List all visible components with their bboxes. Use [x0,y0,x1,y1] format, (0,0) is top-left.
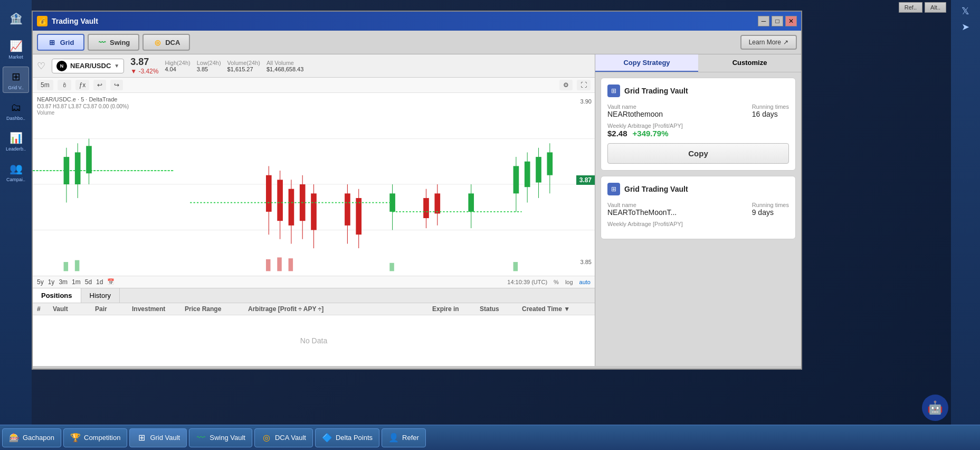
running-times-block: Running times 16 days [752,104,789,118]
period-5d[interactable]: 5d [85,278,92,286]
heart-btn[interactable]: ♡ [37,60,45,72]
right-edge: 𝕏 ➤ [951,0,980,425]
fullscreen-btn[interactable]: ⛶ [577,80,591,90]
top-alt-btn[interactable]: Alt.. [925,2,946,13]
redo-btn[interactable]: ↪ [110,80,123,90]
period-3m[interactable]: 3m [59,278,68,286]
taskbar-refer[interactable]: 👤 Refer [382,428,426,447]
chart-footer-right: 14:10:39 (UTC) % log auto [507,279,591,285]
taskbar-gachapon[interactable]: 🎰 Gachapon [2,428,61,447]
grid-vault-icon: ⊞ [8,69,23,84]
vault-name-label-2: Vault name [607,202,677,208]
chart-log-btn[interactable]: log [565,279,573,285]
top-ref-btn[interactable]: Ref.. [899,2,922,13]
grid-tab-btn[interactable]: ⊞ Grid [37,34,84,51]
window-titlebar: 💰 Trading Vault ─ □ ✕ [33,12,801,31]
window-toolbar: ⊞ Grid 〰 Swing ◎ DCA Learn More ↗ [33,31,801,54]
minimize-btn[interactable]: ─ [758,16,769,26]
vault-card-2-header: ⊞ Grid Trading Vault [607,183,789,195]
sidebar-logo[interactable]: 🏦 [3,5,29,32]
tab-history[interactable]: History [81,288,120,303]
twitter-icon[interactable]: 𝕏 [962,5,969,17]
settings-btn[interactable]: ⚙ [559,80,573,90]
period-1y[interactable]: 1y [48,278,55,286]
tab-copy-strategy[interactable]: Copy Strategy [595,54,698,72]
sidebar-item-market[interactable]: 📈 Market [3,36,29,62]
candlestick-chart [33,93,595,276]
copy-btn-1[interactable]: Copy [607,143,789,164]
high-value: 4.04 [165,66,190,72]
taskbar: 🎰 Gachapon 🏆 Competition ⊞ Grid Vault 〰 … [0,425,980,450]
market-label: Market [8,54,23,60]
chart-ohlc: O3.87 H3.87 L3.87 C3.87 0.00 (0.00%) [37,104,129,109]
chart-toolbar: 5m 🕯 ƒx ↩ ↪ ⚙ ⛶ [33,78,595,93]
chart-body[interactable]: NEAR/USDC.e · 5 · DeltaTrade O3.87 H3.87… [33,93,595,276]
period-1d[interactable]: 1d [96,278,103,286]
svg-rect-45 [277,257,282,271]
campaign-icon: 👥 [8,161,23,176]
chart-pct-btn[interactable]: % [554,279,559,285]
sidebar-item-leaderboard[interactable]: 📊 Leaderb.. [3,128,29,154]
taskbar-dca-vault[interactable]: ◎ DCA Vault [254,428,313,447]
leaderboard-icon: 📊 [8,130,23,145]
dca-tab-btn[interactable]: ◎ DCA [142,34,190,51]
dashboard-icon: 🗂 [8,100,23,115]
window-title-text: Trading Vault [52,17,754,25]
close-btn[interactable]: ✕ [785,16,797,26]
grid-vault-tb-icon: ⊞ [136,433,147,443]
col-created-time[interactable]: Created Time ▼ [522,305,591,313]
taskbar-competition[interactable]: 🏆 Competition [63,428,127,447]
competition-label: Competition [84,434,120,442]
svg-rect-47 [389,263,394,271]
dca-vault-tb-label: DCA Vault [275,434,306,442]
chart-volume-label: Volume [37,110,54,116]
symbol-selector[interactable]: N NEAR/USDC ▼ [52,59,124,73]
chart-auto-btn[interactable]: auto [579,279,591,285]
chart-timestamp: 14:10:39 (UTC) [507,279,547,285]
taskbar-delta-points[interactable]: 🔷 Delta Points [315,428,379,447]
swing-icon: 〰 [97,38,107,47]
period-5y[interactable]: 5y [37,278,44,286]
svg-rect-42 [64,262,69,271]
svg-rect-44 [266,259,271,271]
low-value: 3.85 [197,66,221,72]
symbol-chevron-icon: ▼ [114,63,119,69]
maximize-btn[interactable]: □ [772,16,783,26]
tab-positions[interactable]: Positions [33,288,81,303]
taskbar-swing-vault[interactable]: 〰 Swing Vault [189,428,252,447]
taskbar-grid-vault[interactable]: ⊞ Grid Vault [129,428,187,447]
sidebar-item-campaign[interactable]: 👥 Campai.. [3,158,29,185]
dashboard-label: Dashbo.. [6,116,25,121]
swing-label: Swing [110,39,130,46]
col-hash: # [37,305,53,313]
main-window: 💰 Trading Vault ─ □ ✕ ⊞ Grid 〰 Swing [32,11,802,370]
vault-card-1-header: ⊞ Grid Trading Vault [607,85,789,97]
tab-customize[interactable]: Customize [698,54,801,72]
no-data-text: No Data [33,315,595,366]
fx-btn[interactable]: ƒx [75,80,90,90]
vault-name-block-2: Vault name NEARToTheMoonT... [607,202,677,217]
swing-tab-btn[interactable]: 〰 Swing [88,34,139,51]
time-periods: 5y 1y 3m 1m 5d 1d 📅 [37,278,115,286]
sidebar-item-dashboard[interactable]: 🗂 Dashbo.. [3,97,29,124]
all-volume-stat: All Volume $1,468,658.43 [267,60,303,72]
sidebar-item-grid-vault[interactable]: ⊞ Grid V.. [3,67,29,93]
learn-more-btn[interactable]: Learn More ↗ [740,35,797,50]
svg-rect-11 [266,175,272,212]
col-price-range: Price Range [185,305,248,313]
calendar-icon[interactable]: 📅 [107,278,115,286]
refer-tb-icon: 👤 [388,433,399,443]
chatbot-btn[interactable]: 🤖 [922,395,948,421]
grid-icon: ⊞ [47,38,57,47]
svg-rect-29 [434,193,440,213]
timeframe-btn[interactable]: 5m [37,80,53,90]
send-icon[interactable]: ➤ [962,21,969,33]
running-times-value-2: 9 days [752,208,789,217]
undo-btn[interactable]: ↩ [93,80,106,90]
period-1m[interactable]: 1m [72,278,81,286]
col-arbitrage: Arbitrage [Profit ÷ APY ÷] [248,305,432,313]
indicators-btn[interactable]: 🕯 [58,80,71,90]
price-tag-box: 3.87 [576,175,595,185]
toolbar-tabs: ⊞ Grid 〰 Swing ◎ DCA [37,34,190,51]
svg-rect-23 [356,198,361,235]
